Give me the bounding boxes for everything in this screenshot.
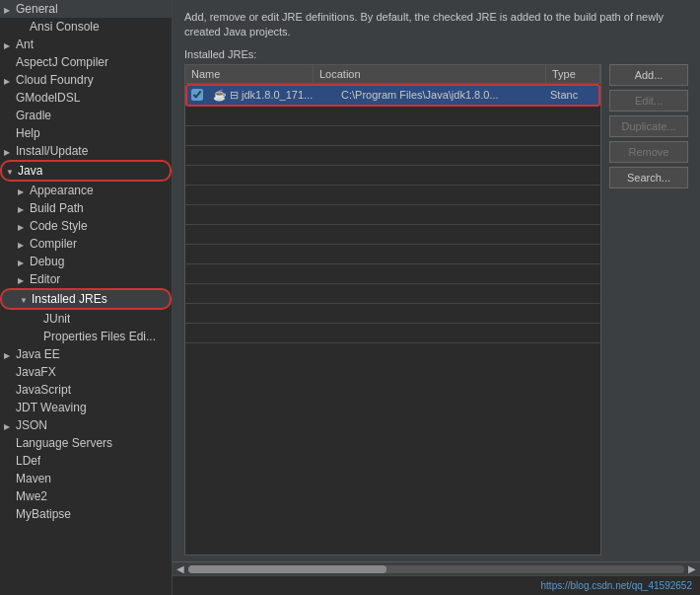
sidebar-label-javafx: JavaFX [16,365,56,379]
sidebar-label-ansi-console: Ansi Console [30,20,100,34]
edit-button[interactable]: Edit... [609,90,688,112]
sidebar-label-cloud-foundry: Cloud Foundry [16,73,94,87]
sidebar-label-aspectj-compiler: AspectJ Compiler [16,55,108,69]
sidebar-item-ldef[interactable]: LDef [0,452,172,470]
scroll-right-arrow[interactable]: ▶ [686,563,698,574]
status-link[interactable]: https://blog.csdn.net/qq_41592652 [541,580,692,591]
empty-row [185,107,600,126]
arrow-icon-appearance [18,186,30,196]
arrow-icon-ant [4,39,16,50]
sidebar-label-language-servers: Language Servers [16,436,112,450]
sidebar-label-mybatipse: MyBatipse [16,507,71,521]
jre-type-cell: Stanc [544,86,598,104]
sidebar-item-mybatipse[interactable]: MyBatipse [0,505,172,523]
empty-row [185,166,600,186]
sidebar-label-gradle: Gradle [16,109,51,122]
sidebar-label-gmodeldsl: GModelDSL [16,91,80,105]
arrow-icon-cloud-foundry [4,75,16,86]
arrow-icon-code-style [18,221,30,232]
sidebar-item-jdt-weaving[interactable]: JDT Weaving [0,399,172,416]
search-button[interactable]: Search... [609,167,688,188]
sidebar-item-javafx[interactable]: JavaFX [0,363,172,381]
empty-row [185,284,600,304]
sidebar-label-install-update: Install/Update [16,144,88,158]
jdk-icon: ☕ [213,89,227,102]
empty-row [185,324,600,343]
jre-table: Name Location Type ☕⊟ jdk1.8.0_171...C:\… [184,64,601,556]
sidebar[interactable]: GeneralAnsi ConsoleAntAspectJ CompilerCl… [0,0,173,595]
sidebar-item-appearance[interactable]: Appearance [0,182,172,199]
sidebar-item-ansi-console[interactable]: Ansi Console [0,18,172,36]
jre-name-text: ⊟ jdk1.8.0_171... [230,89,313,102]
empty-row [185,186,600,205]
arrow-icon-editor [18,274,30,285]
sidebar-item-editor[interactable]: Editor [0,270,172,288]
sidebar-label-java-ee: Java EE [16,347,60,361]
table-body[interactable]: ☕⊟ jdk1.8.0_171...C:\Program Files\Java\… [185,84,600,555]
add-button[interactable]: Add... [609,64,688,86]
sidebar-label-properties-files-editor: Properties Files Edi... [43,330,156,343]
col-header-name: Name [185,65,314,83]
sidebar-item-code-style[interactable]: Code Style [0,217,172,235]
sidebar-item-junit[interactable]: JUnit [0,310,172,328]
horizontal-scrollbar[interactable] [188,565,684,573]
remove-button[interactable]: Remove [609,141,688,163]
sidebar-label-mwe2: Mwe2 [16,489,47,503]
sidebar-label-json: JSON [16,418,47,432]
scroll-left-arrow[interactable]: ◀ [175,563,186,574]
table-header: Name Location Type [185,65,600,84]
empty-row [185,205,600,225]
sidebar-item-installed-jres[interactable]: Installed JREs [0,288,172,310]
sidebar-item-javascript[interactable]: JavaScript [0,381,172,399]
sidebar-item-ant[interactable]: Ant [0,36,172,53]
arrow-icon-compiler [18,239,30,250]
sidebar-item-json[interactable]: JSON [0,416,172,434]
arrow-icon-install-update [4,146,16,157]
sidebar-item-maven[interactable]: Maven [0,470,172,487]
empty-row [185,225,600,245]
arrow-icon-build-path [18,203,30,214]
arrow-icon-debug [18,257,30,267]
sidebar-label-javascript: JavaScript [16,383,71,397]
col-header-location: Location [314,65,546,83]
sidebar-item-debug[interactable]: Debug [0,253,172,270]
sidebar-item-java-ee[interactable]: Java EE [0,345,172,363]
arrow-icon-java-ee [4,349,16,360]
empty-row [185,264,600,284]
empty-row [185,304,600,324]
sidebar-item-general[interactable]: General [0,0,172,18]
sidebar-item-compiler[interactable]: Compiler [0,235,172,253]
sidebar-item-help[interactable]: Help [0,124,172,142]
sidebar-item-properties-files-editor[interactable]: Properties Files Edi... [0,328,172,345]
sidebar-item-language-servers[interactable]: Language Servers [0,434,172,452]
sidebar-item-aspectj-compiler[interactable]: AspectJ Compiler [0,53,172,71]
sidebar-item-cloud-foundry[interactable]: Cloud Foundry [0,71,172,89]
table-row[interactable]: ☕⊟ jdk1.8.0_171...C:\Program Files\Java\… [185,84,600,107]
sidebar-label-appearance: Appearance [30,184,94,197]
description-text: Add, remove or edit JRE definitions. By … [184,10,688,40]
sidebar-label-junit: JUnit [43,312,70,326]
jre-checkbox[interactable] [191,89,203,101]
installed-jres-label: Installed JREs: [184,48,688,60]
sidebar-item-mwe2[interactable]: Mwe2 [0,487,172,505]
bottom-scrollbar[interactable]: ◀ ▶ [173,561,700,575]
sidebar-item-gradle[interactable]: Gradle [0,107,172,124]
col-header-type: Type [546,65,600,83]
sidebar-label-maven: Maven [16,472,51,485]
sidebar-item-gmodeldsl[interactable]: GModelDSL [0,89,172,107]
arrow-icon-java [6,166,18,177]
sidebar-item-build-path[interactable]: Build Path [0,199,172,217]
empty-row [185,126,600,146]
sidebar-label-jdt-weaving: JDT Weaving [16,401,87,414]
sidebar-label-build-path: Build Path [30,201,84,215]
sidebar-label-debug: Debug [30,255,64,268]
sidebar-item-install-update[interactable]: Install/Update [0,142,172,160]
sidebar-item-java[interactable]: Java [0,160,172,182]
sidebar-label-java: Java [18,164,42,178]
sidebar-label-compiler: Compiler [30,237,77,251]
sidebar-label-general: General [16,2,58,16]
sidebar-label-help: Help [16,126,40,140]
duplicate-button[interactable]: Duplicate... [609,115,688,137]
table-and-buttons: Name Location Type ☕⊟ jdk1.8.0_171...C:\… [184,64,688,556]
jre-checkbox-cell [187,86,207,104]
